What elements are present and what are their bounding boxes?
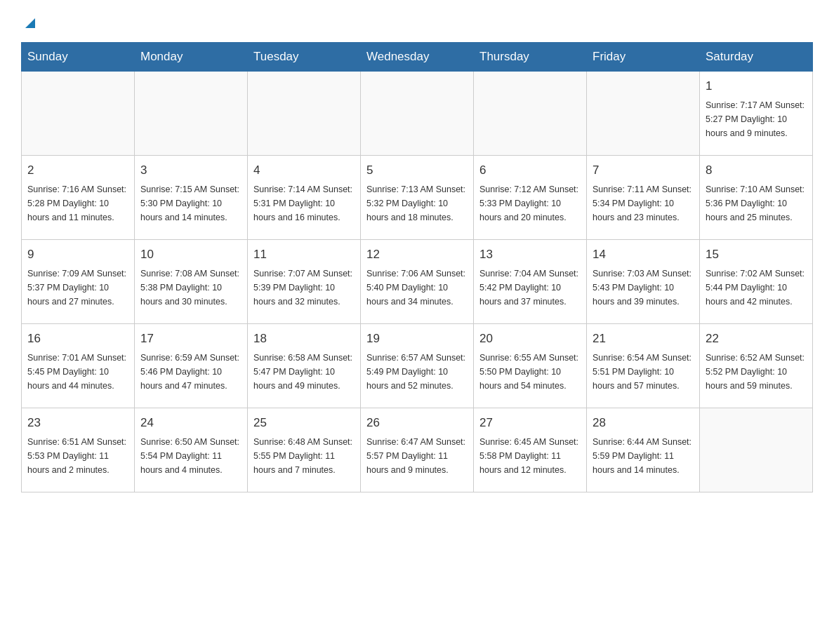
calendar-cell: 4Sunrise: 7:14 AM Sunset: 5:31 PM Daylig…: [248, 156, 361, 240]
calendar-cell: 18Sunrise: 6:58 AM Sunset: 5:47 PM Dayli…: [248, 324, 361, 408]
week-row-4: 16Sunrise: 7:01 AM Sunset: 5:45 PM Dayli…: [22, 324, 813, 408]
day-info: Sunrise: 7:17 AM Sunset: 5:27 PM Dayligh…: [706, 98, 807, 140]
day-number: 21: [593, 330, 694, 348]
day-number: 2: [27, 161, 128, 180]
day-info: Sunrise: 6:45 AM Sunset: 5:58 PM Dayligh…: [479, 435, 581, 477]
week-row-2: 2Sunrise: 7:16 AM Sunset: 5:28 PM Daylig…: [22, 156, 813, 240]
page-header: [21, 14, 813, 28]
weekday-header-saturday: Saturday: [700, 43, 813, 72]
day-number: 1: [706, 77, 807, 95]
calendar-cell: 9Sunrise: 7:09 AM Sunset: 5:37 PM Daylig…: [22, 240, 135, 324]
weekday-header-wednesday: Wednesday: [361, 43, 474, 72]
calendar-cell: 19Sunrise: 6:57 AM Sunset: 5:49 PM Dayli…: [361, 324, 474, 408]
day-number: 14: [593, 246, 694, 264]
svg-marker-0: [25, 18, 35, 28]
weekday-header-friday: Friday: [587, 43, 700, 72]
calendar-cell: [474, 72, 587, 156]
calendar-cell: [248, 72, 361, 156]
day-info: Sunrise: 7:14 AM Sunset: 5:31 PM Dayligh…: [253, 182, 355, 224]
day-info: Sunrise: 7:01 AM Sunset: 5:45 PM Dayligh…: [27, 351, 128, 393]
day-number: 17: [140, 330, 241, 348]
calendar-cell: [587, 72, 700, 156]
calendar-cell: 24Sunrise: 6:50 AM Sunset: 5:54 PM Dayli…: [135, 408, 248, 492]
day-number: 25: [253, 414, 355, 432]
day-number: 4: [253, 161, 355, 180]
calendar-cell: 7Sunrise: 7:11 AM Sunset: 5:34 PM Daylig…: [587, 156, 700, 240]
calendar-cell: 25Sunrise: 6:48 AM Sunset: 5:55 PM Dayli…: [248, 408, 361, 492]
day-number: 10: [140, 246, 241, 264]
weekday-header-monday: Monday: [135, 43, 248, 72]
calendar-cell: 13Sunrise: 7:04 AM Sunset: 5:42 PM Dayli…: [474, 240, 587, 324]
calendar-cell: [361, 72, 474, 156]
day-number: 8: [706, 161, 807, 180]
day-number: 16: [27, 330, 128, 348]
day-info: Sunrise: 6:59 AM Sunset: 5:46 PM Dayligh…: [140, 351, 241, 393]
day-number: 12: [366, 246, 468, 264]
calendar-cell: 11Sunrise: 7:07 AM Sunset: 5:39 PM Dayli…: [248, 240, 361, 324]
calendar-cell: 12Sunrise: 7:06 AM Sunset: 5:40 PM Dayli…: [361, 240, 474, 324]
day-info: Sunrise: 6:47 AM Sunset: 5:57 PM Dayligh…: [366, 435, 468, 477]
day-number: 13: [479, 246, 581, 264]
weekday-header-thursday: Thursday: [474, 43, 587, 72]
day-info: Sunrise: 7:12 AM Sunset: 5:33 PM Dayligh…: [479, 182, 581, 224]
day-info: Sunrise: 7:02 AM Sunset: 5:44 PM Dayligh…: [706, 267, 807, 309]
day-info: Sunrise: 7:11 AM Sunset: 5:34 PM Dayligh…: [593, 182, 694, 224]
week-row-1: 1Sunrise: 7:17 AM Sunset: 5:27 PM Daylig…: [22, 72, 813, 156]
day-info: Sunrise: 6:52 AM Sunset: 5:52 PM Dayligh…: [706, 351, 807, 393]
calendar-cell: 8Sunrise: 7:10 AM Sunset: 5:36 PM Daylig…: [700, 156, 813, 240]
day-number: 24: [140, 414, 241, 432]
day-info: Sunrise: 7:03 AM Sunset: 5:43 PM Dayligh…: [593, 267, 694, 309]
day-number: 15: [706, 246, 807, 264]
calendar-cell: 3Sunrise: 7:15 AM Sunset: 5:30 PM Daylig…: [135, 156, 248, 240]
day-number: 28: [593, 414, 694, 432]
day-number: 26: [366, 414, 468, 432]
day-number: 22: [706, 330, 807, 348]
calendar-cell: 1Sunrise: 7:17 AM Sunset: 5:27 PM Daylig…: [700, 72, 813, 156]
day-number: 3: [140, 161, 241, 180]
calendar-cell: 28Sunrise: 6:44 AM Sunset: 5:59 PM Dayli…: [587, 408, 700, 492]
day-info: Sunrise: 7:09 AM Sunset: 5:37 PM Dayligh…: [27, 267, 128, 309]
calendar-cell: 21Sunrise: 6:54 AM Sunset: 5:51 PM Dayli…: [587, 324, 700, 408]
day-number: 18: [253, 330, 355, 348]
calendar-table: SundayMondayTuesdayWednesdayThursdayFrid…: [21, 42, 813, 492]
logo-triangle-icon: [22, 15, 38, 31]
day-info: Sunrise: 6:50 AM Sunset: 5:54 PM Dayligh…: [140, 435, 241, 477]
day-number: 6: [479, 161, 581, 180]
calendar-cell: [22, 72, 135, 156]
day-info: Sunrise: 7:16 AM Sunset: 5:28 PM Dayligh…: [27, 182, 128, 224]
day-number: 20: [479, 330, 581, 348]
week-row-3: 9Sunrise: 7:09 AM Sunset: 5:37 PM Daylig…: [22, 240, 813, 324]
weekday-header-tuesday: Tuesday: [248, 43, 361, 72]
calendar-cell: 16Sunrise: 7:01 AM Sunset: 5:45 PM Dayli…: [22, 324, 135, 408]
calendar-cell: [700, 408, 813, 492]
day-number: 19: [366, 330, 468, 348]
calendar-cell: 6Sunrise: 7:12 AM Sunset: 5:33 PM Daylig…: [474, 156, 587, 240]
day-info: Sunrise: 7:10 AM Sunset: 5:36 PM Dayligh…: [706, 182, 807, 224]
calendar-cell: 22Sunrise: 6:52 AM Sunset: 5:52 PM Dayli…: [700, 324, 813, 408]
day-number: 9: [27, 246, 128, 264]
day-info: Sunrise: 7:07 AM Sunset: 5:39 PM Dayligh…: [253, 267, 355, 309]
day-number: 5: [366, 161, 468, 180]
day-info: Sunrise: 7:15 AM Sunset: 5:30 PM Dayligh…: [140, 182, 241, 224]
weekday-header-row: SundayMondayTuesdayWednesdayThursdayFrid…: [22, 43, 813, 72]
day-info: Sunrise: 6:44 AM Sunset: 5:59 PM Dayligh…: [593, 435, 694, 477]
day-info: Sunrise: 6:57 AM Sunset: 5:49 PM Dayligh…: [366, 351, 468, 393]
calendar-cell: 2Sunrise: 7:16 AM Sunset: 5:28 PM Daylig…: [22, 156, 135, 240]
day-info: Sunrise: 7:04 AM Sunset: 5:42 PM Dayligh…: [479, 267, 581, 309]
day-info: Sunrise: 7:13 AM Sunset: 5:32 PM Dayligh…: [366, 182, 468, 224]
weekday-header-sunday: Sunday: [22, 43, 135, 72]
day-number: 27: [479, 414, 581, 432]
day-info: Sunrise: 6:58 AM Sunset: 5:47 PM Dayligh…: [253, 351, 355, 393]
calendar-cell: 17Sunrise: 6:59 AM Sunset: 5:46 PM Dayli…: [135, 324, 248, 408]
day-number: 7: [593, 161, 694, 180]
logo: [21, 14, 38, 28]
day-info: Sunrise: 6:55 AM Sunset: 5:50 PM Dayligh…: [479, 351, 581, 393]
day-number: 23: [27, 414, 128, 432]
day-info: Sunrise: 6:54 AM Sunset: 5:51 PM Dayligh…: [593, 351, 694, 393]
day-info: Sunrise: 6:51 AM Sunset: 5:53 PM Dayligh…: [27, 435, 128, 477]
calendar-cell: 10Sunrise: 7:08 AM Sunset: 5:38 PM Dayli…: [135, 240, 248, 324]
day-info: Sunrise: 6:48 AM Sunset: 5:55 PM Dayligh…: [253, 435, 355, 477]
calendar-cell: 20Sunrise: 6:55 AM Sunset: 5:50 PM Dayli…: [474, 324, 587, 408]
calendar-cell: 15Sunrise: 7:02 AM Sunset: 5:44 PM Dayli…: [700, 240, 813, 324]
day-info: Sunrise: 7:06 AM Sunset: 5:40 PM Dayligh…: [366, 267, 468, 309]
